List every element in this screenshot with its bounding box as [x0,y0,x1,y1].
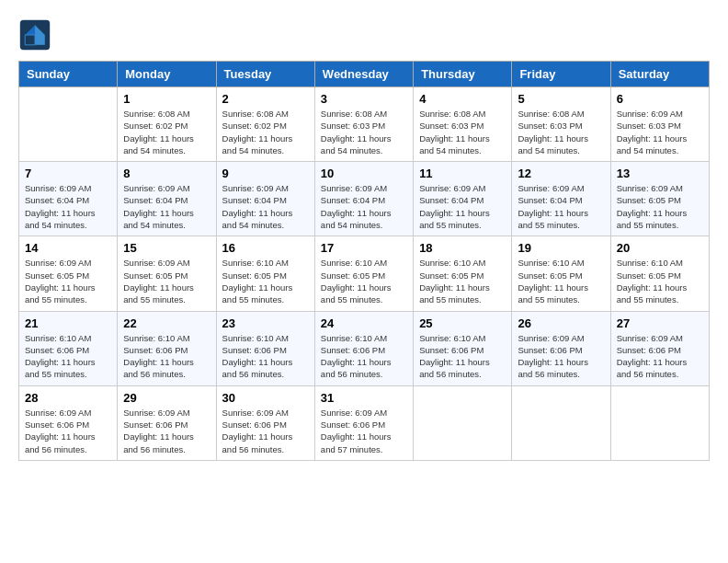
day-info: Sunrise: 6:09 AM Sunset: 6:06 PM Dayligh… [617,332,703,381]
calendar-cell: 2Sunrise: 6:08 AM Sunset: 6:02 PM Daylig… [216,87,314,162]
day-info: Sunrise: 6:09 AM Sunset: 6:04 PM Dayligh… [518,182,604,231]
day-number: 10 [321,167,407,180]
day-number: 31 [321,391,407,405]
day-number: 23 [222,316,309,330]
column-header-wednesday: Wednesday [314,62,413,87]
day-number: 19 [518,241,604,255]
day-number: 9 [222,167,309,180]
day-number: 16 [222,241,309,255]
day-number: 25 [419,316,506,330]
logo-icon [18,18,51,52]
column-header-tuesday: Tuesday [216,62,314,87]
calendar-cell: 24Sunrise: 6:10 AM Sunset: 6:06 PM Dayli… [314,311,413,385]
day-info: Sunrise: 6:10 AM Sunset: 6:06 PM Dayligh… [222,332,309,381]
calendar-cell: 17Sunrise: 6:10 AM Sunset: 6:05 PM Dayli… [314,236,413,311]
day-number: 20 [617,241,703,255]
calendar-header-row: SundayMondayTuesdayWednesdayThursdayFrid… [19,62,710,87]
svg-marker-3 [25,35,35,45]
day-info: Sunrise: 6:10 AM Sunset: 6:06 PM Dayligh… [419,332,506,381]
day-number: 8 [123,167,210,180]
day-number: 4 [419,92,506,106]
calendar-cell: 10Sunrise: 6:09 AM Sunset: 6:04 PM Dayli… [314,162,413,236]
day-number: 7 [25,167,111,180]
day-info: Sunrise: 6:09 AM Sunset: 6:05 PM Dayligh… [25,257,111,305]
day-number: 30 [222,391,309,405]
calendar-cell [19,87,118,162]
calendar-cell: 27Sunrise: 6:09 AM Sunset: 6:06 PM Dayli… [610,311,709,385]
calendar-cell: 16Sunrise: 6:10 AM Sunset: 6:05 PM Dayli… [216,236,314,311]
column-header-sunday: Sunday [19,62,118,87]
day-info: Sunrise: 6:09 AM Sunset: 6:04 PM Dayligh… [222,182,309,231]
calendar-cell: 22Sunrise: 6:10 AM Sunset: 6:06 PM Dayli… [118,311,216,385]
calendar-week-row: 1Sunrise: 6:08 AM Sunset: 6:02 PM Daylig… [19,87,710,162]
calendar-cell: 18Sunrise: 6:10 AM Sunset: 6:05 PM Dayli… [414,236,512,311]
calendar-cell: 26Sunrise: 6:09 AM Sunset: 6:06 PM Dayli… [512,311,610,385]
calendar-cell [512,385,610,460]
day-number: 14 [25,241,111,255]
day-info: Sunrise: 6:09 AM Sunset: 6:05 PM Dayligh… [617,182,703,231]
day-info: Sunrise: 6:10 AM Sunset: 6:05 PM Dayligh… [222,257,309,305]
day-info: Sunrise: 6:09 AM Sunset: 6:06 PM Dayligh… [518,332,604,381]
day-info: Sunrise: 6:10 AM Sunset: 6:05 PM Dayligh… [518,257,604,305]
day-info: Sunrise: 6:09 AM Sunset: 6:04 PM Dayligh… [123,182,210,231]
day-number: 24 [321,316,407,330]
calendar-table: SundayMondayTuesdayWednesdayThursdayFrid… [18,61,710,461]
calendar-week-row: 28Sunrise: 6:09 AM Sunset: 6:06 PM Dayli… [19,385,710,460]
calendar-body: 1Sunrise: 6:08 AM Sunset: 6:02 PM Daylig… [19,87,710,461]
day-number: 22 [123,316,210,330]
calendar-cell: 29Sunrise: 6:09 AM Sunset: 6:06 PM Dayli… [118,385,216,460]
calendar-cell: 8Sunrise: 6:09 AM Sunset: 6:04 PM Daylig… [118,162,216,236]
column-header-thursday: Thursday [414,62,512,87]
day-number: 12 [518,167,604,180]
calendar-cell: 11Sunrise: 6:09 AM Sunset: 6:04 PM Dayli… [414,162,512,236]
day-info: Sunrise: 6:09 AM Sunset: 6:04 PM Dayligh… [321,182,407,231]
svg-marker-4 [35,35,45,45]
day-number: 2 [222,92,309,106]
calendar-cell: 1Sunrise: 6:08 AM Sunset: 6:02 PM Daylig… [118,87,216,162]
calendar-week-row: 14Sunrise: 6:09 AM Sunset: 6:05 PM Dayli… [19,236,710,311]
day-number: 17 [321,241,407,255]
day-info: Sunrise: 6:10 AM Sunset: 6:05 PM Dayligh… [419,257,506,305]
day-info: Sunrise: 6:08 AM Sunset: 6:02 PM Dayligh… [123,108,210,156]
day-info: Sunrise: 6:10 AM Sunset: 6:05 PM Dayligh… [617,257,703,305]
day-number: 18 [419,241,506,255]
day-info: Sunrise: 6:09 AM Sunset: 6:06 PM Dayligh… [25,407,111,455]
day-info: Sunrise: 6:09 AM Sunset: 6:06 PM Dayligh… [222,407,309,455]
calendar-cell: 9Sunrise: 6:09 AM Sunset: 6:04 PM Daylig… [216,162,314,236]
day-info: Sunrise: 6:10 AM Sunset: 6:06 PM Dayligh… [25,332,111,381]
calendar-cell: 4Sunrise: 6:08 AM Sunset: 6:03 PM Daylig… [414,87,512,162]
day-info: Sunrise: 6:08 AM Sunset: 6:03 PM Dayligh… [419,108,506,156]
day-number: 28 [25,391,111,405]
column-header-saturday: Saturday [610,62,709,87]
calendar-cell: 21Sunrise: 6:10 AM Sunset: 6:06 PM Dayli… [19,311,118,385]
day-number: 1 [123,92,210,106]
day-number: 21 [25,316,111,330]
calendar-cell: 13Sunrise: 6:09 AM Sunset: 6:05 PM Dayli… [610,162,709,236]
day-info: Sunrise: 6:09 AM Sunset: 6:06 PM Dayligh… [321,407,407,455]
day-info: Sunrise: 6:08 AM Sunset: 6:03 PM Dayligh… [321,108,407,156]
day-number: 13 [617,167,703,180]
day-info: Sunrise: 6:08 AM Sunset: 6:03 PM Dayligh… [518,108,604,156]
calendar-cell: 20Sunrise: 6:10 AM Sunset: 6:05 PM Dayli… [610,236,709,311]
column-header-monday: Monday [118,62,216,87]
calendar-cell [414,385,512,460]
calendar-cell: 12Sunrise: 6:09 AM Sunset: 6:04 PM Dayli… [512,162,610,236]
day-info: Sunrise: 6:10 AM Sunset: 6:05 PM Dayligh… [321,257,407,305]
calendar-cell: 15Sunrise: 6:09 AM Sunset: 6:05 PM Dayli… [118,236,216,311]
calendar-cell: 19Sunrise: 6:10 AM Sunset: 6:05 PM Dayli… [512,236,610,311]
calendar-cell: 30Sunrise: 6:09 AM Sunset: 6:06 PM Dayli… [216,385,314,460]
calendar-week-row: 7Sunrise: 6:09 AM Sunset: 6:04 PM Daylig… [19,162,710,236]
calendar-cell: 7Sunrise: 6:09 AM Sunset: 6:04 PM Daylig… [19,162,118,236]
calendar-cell: 6Sunrise: 6:09 AM Sunset: 6:03 PM Daylig… [610,87,709,162]
day-info: Sunrise: 6:09 AM Sunset: 6:04 PM Dayligh… [25,182,111,231]
day-number: 26 [518,316,604,330]
calendar-week-row: 21Sunrise: 6:10 AM Sunset: 6:06 PM Dayli… [19,311,710,385]
calendar-cell: 31Sunrise: 6:09 AM Sunset: 6:06 PM Dayli… [314,385,413,460]
calendar-cell [610,385,709,460]
day-number: 6 [617,92,703,106]
day-number: 3 [321,92,407,106]
day-number: 15 [123,241,210,255]
day-info: Sunrise: 6:09 AM Sunset: 6:04 PM Dayligh… [419,182,506,231]
day-number: 11 [419,167,506,180]
day-number: 29 [123,391,210,405]
